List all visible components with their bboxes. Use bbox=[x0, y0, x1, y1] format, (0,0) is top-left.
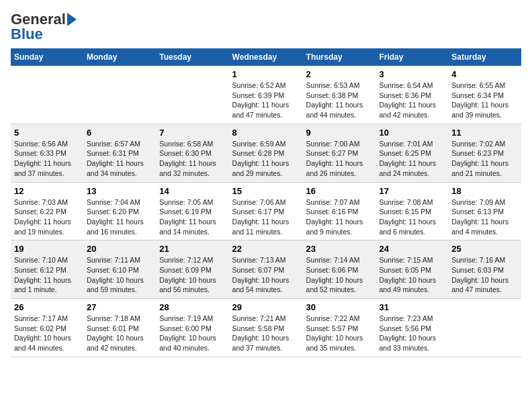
calendar-cell: 30Sunrise: 7:22 AM Sunset: 5:57 PM Dayli… bbox=[303, 299, 376, 357]
calendar-cell: 16Sunrise: 7:07 AM Sunset: 6:16 PM Dayli… bbox=[303, 182, 376, 240]
calendar-cell: 13Sunrise: 7:04 AM Sunset: 6:20 PM Dayli… bbox=[83, 182, 156, 240]
calendar-cell: 15Sunrise: 7:06 AM Sunset: 6:17 PM Dayli… bbox=[229, 182, 303, 240]
calendar-cell: 17Sunrise: 7:08 AM Sunset: 6:15 PM Dayli… bbox=[375, 182, 448, 240]
day-number: 6 bbox=[87, 128, 152, 138]
calendar-cell bbox=[448, 299, 521, 357]
day-number: 11 bbox=[451, 128, 518, 138]
day-number: 8 bbox=[232, 128, 300, 138]
calendar-cell: 7Sunrise: 6:58 AM Sunset: 6:30 PM Daylig… bbox=[156, 124, 228, 182]
calendar-cell: 29Sunrise: 7:21 AM Sunset: 5:58 PM Dayli… bbox=[229, 299, 303, 357]
day-info: Sunrise: 7:22 AM Sunset: 5:57 PM Dayligh… bbox=[306, 314, 373, 353]
calendar-cell: 25Sunrise: 7:16 AM Sunset: 6:03 PM Dayli… bbox=[448, 240, 521, 299]
day-number: 5 bbox=[14, 128, 80, 138]
day-info: Sunrise: 7:21 AM Sunset: 5:58 PM Dayligh… bbox=[232, 314, 300, 353]
day-info: Sunrise: 7:15 AM Sunset: 6:05 PM Dayligh… bbox=[379, 255, 445, 295]
day-number: 15 bbox=[232, 186, 300, 196]
day-info: Sunrise: 7:06 AM Sunset: 6:17 PM Dayligh… bbox=[232, 197, 300, 237]
column-header-monday: Monday bbox=[83, 48, 156, 66]
day-number: 3 bbox=[379, 69, 445, 79]
day-number: 10 bbox=[379, 128, 445, 138]
day-number: 14 bbox=[159, 186, 225, 196]
logo-arrow-icon bbox=[67, 13, 77, 26]
day-number: 30 bbox=[306, 302, 373, 312]
day-number: 17 bbox=[379, 186, 445, 196]
week-row-2: 5Sunrise: 6:56 AM Sunset: 6:33 PM Daylig… bbox=[11, 124, 521, 182]
column-header-friday: Friday bbox=[375, 48, 448, 66]
day-info: Sunrise: 7:08 AM Sunset: 6:15 PM Dayligh… bbox=[379, 197, 445, 237]
day-number: 19 bbox=[14, 244, 80, 254]
column-header-saturday: Saturday bbox=[448, 48, 521, 66]
day-info: Sunrise: 7:09 AM Sunset: 6:13 PM Dayligh… bbox=[451, 197, 518, 237]
calendar-cell: 4Sunrise: 6:55 AM Sunset: 6:34 PM Daylig… bbox=[448, 66, 521, 124]
column-header-thursday: Thursday bbox=[303, 48, 376, 66]
day-info: Sunrise: 6:54 AM Sunset: 6:36 PM Dayligh… bbox=[379, 81, 445, 120]
week-row-5: 26Sunrise: 7:17 AM Sunset: 6:02 PM Dayli… bbox=[11, 299, 521, 357]
day-number: 13 bbox=[87, 186, 152, 196]
calendar-cell: 27Sunrise: 7:18 AM Sunset: 6:01 PM Dayli… bbox=[83, 299, 156, 357]
calendar-cell: 22Sunrise: 7:13 AM Sunset: 6:07 PM Dayli… bbox=[229, 240, 303, 299]
day-number: 28 bbox=[159, 302, 225, 312]
page-header: General Blue bbox=[11, 11, 521, 43]
calendar-header-row: SundayMondayTuesdayWednesdayThursdayFrid… bbox=[11, 48, 521, 66]
day-number: 23 bbox=[306, 244, 373, 254]
calendar-cell bbox=[11, 66, 83, 124]
day-info: Sunrise: 7:07 AM Sunset: 6:16 PM Dayligh… bbox=[306, 197, 373, 237]
day-info: Sunrise: 7:03 AM Sunset: 6:22 PM Dayligh… bbox=[14, 197, 80, 237]
day-info: Sunrise: 7:23 AM Sunset: 5:56 PM Dayligh… bbox=[379, 314, 445, 353]
calendar-cell: 10Sunrise: 7:01 AM Sunset: 6:25 PM Dayli… bbox=[375, 124, 448, 182]
day-number: 20 bbox=[87, 244, 152, 254]
calendar-cell: 24Sunrise: 7:15 AM Sunset: 6:05 PM Dayli… bbox=[375, 240, 448, 299]
week-row-1: 1Sunrise: 6:52 AM Sunset: 6:39 PM Daylig… bbox=[11, 66, 521, 124]
calendar-cell: 11Sunrise: 7:02 AM Sunset: 6:23 PM Dayli… bbox=[448, 124, 521, 182]
logo-blue: Blue bbox=[11, 26, 43, 43]
day-info: Sunrise: 7:05 AM Sunset: 6:19 PM Dayligh… bbox=[159, 197, 225, 237]
day-info: Sunrise: 7:10 AM Sunset: 6:12 PM Dayligh… bbox=[14, 255, 80, 295]
day-info: Sunrise: 6:52 AM Sunset: 6:39 PM Dayligh… bbox=[232, 81, 300, 120]
day-number: 29 bbox=[232, 302, 300, 312]
day-info: Sunrise: 7:00 AM Sunset: 6:27 PM Dayligh… bbox=[306, 139, 373, 179]
calendar-cell: 12Sunrise: 7:03 AM Sunset: 6:22 PM Dayli… bbox=[11, 182, 83, 240]
calendar-cell: 14Sunrise: 7:05 AM Sunset: 6:19 PM Dayli… bbox=[156, 182, 228, 240]
column-header-wednesday: Wednesday bbox=[229, 48, 303, 66]
calendar-cell bbox=[83, 66, 156, 124]
day-number: 27 bbox=[87, 302, 152, 312]
calendar-cell: 28Sunrise: 7:19 AM Sunset: 6:00 PM Dayli… bbox=[156, 299, 228, 357]
day-number: 26 bbox=[14, 302, 80, 312]
column-header-sunday: Sunday bbox=[11, 48, 83, 66]
day-number: 16 bbox=[306, 186, 373, 196]
logo: General Blue bbox=[11, 11, 77, 43]
day-info: Sunrise: 7:01 AM Sunset: 6:25 PM Dayligh… bbox=[379, 139, 445, 179]
day-info: Sunrise: 7:17 AM Sunset: 6:02 PM Dayligh… bbox=[14, 314, 80, 353]
day-info: Sunrise: 6:53 AM Sunset: 6:38 PM Dayligh… bbox=[306, 81, 373, 120]
day-info: Sunrise: 7:14 AM Sunset: 6:06 PM Dayligh… bbox=[306, 255, 373, 295]
day-info: Sunrise: 7:02 AM Sunset: 6:23 PM Dayligh… bbox=[451, 139, 518, 179]
day-number: 12 bbox=[14, 186, 80, 196]
day-info: Sunrise: 6:56 AM Sunset: 6:33 PM Dayligh… bbox=[14, 139, 80, 179]
day-info: Sunrise: 7:19 AM Sunset: 6:00 PM Dayligh… bbox=[159, 314, 225, 353]
week-row-3: 12Sunrise: 7:03 AM Sunset: 6:22 PM Dayli… bbox=[11, 182, 521, 240]
week-row-4: 19Sunrise: 7:10 AM Sunset: 6:12 PM Dayli… bbox=[11, 240, 521, 299]
day-info: Sunrise: 7:16 AM Sunset: 6:03 PM Dayligh… bbox=[451, 255, 518, 295]
day-info: Sunrise: 7:04 AM Sunset: 6:20 PM Dayligh… bbox=[87, 197, 152, 237]
calendar-cell: 31Sunrise: 7:23 AM Sunset: 5:56 PM Dayli… bbox=[375, 299, 448, 357]
calendar-cell: 3Sunrise: 6:54 AM Sunset: 6:36 PM Daylig… bbox=[375, 66, 448, 124]
day-number: 21 bbox=[159, 244, 225, 254]
calendar-cell: 23Sunrise: 7:14 AM Sunset: 6:06 PM Dayli… bbox=[303, 240, 376, 299]
calendar-cell: 5Sunrise: 6:56 AM Sunset: 6:33 PM Daylig… bbox=[11, 124, 83, 182]
day-info: Sunrise: 6:58 AM Sunset: 6:30 PM Dayligh… bbox=[159, 139, 225, 179]
day-info: Sunrise: 7:12 AM Sunset: 6:09 PM Dayligh… bbox=[159, 255, 225, 295]
calendar-cell: 21Sunrise: 7:12 AM Sunset: 6:09 PM Dayli… bbox=[156, 240, 228, 299]
day-number: 31 bbox=[379, 302, 445, 312]
day-info: Sunrise: 7:13 AM Sunset: 6:07 PM Dayligh… bbox=[232, 255, 300, 295]
calendar-table: SundayMondayTuesdayWednesdayThursdayFrid… bbox=[11, 48, 521, 357]
calendar-cell: 1Sunrise: 6:52 AM Sunset: 6:39 PM Daylig… bbox=[229, 66, 303, 124]
day-number: 7 bbox=[159, 128, 225, 138]
calendar-cell: 26Sunrise: 7:17 AM Sunset: 6:02 PM Dayli… bbox=[11, 299, 83, 357]
day-info: Sunrise: 6:55 AM Sunset: 6:34 PM Dayligh… bbox=[451, 81, 518, 120]
day-number: 22 bbox=[232, 244, 300, 254]
day-info: Sunrise: 6:57 AM Sunset: 6:31 PM Dayligh… bbox=[87, 139, 152, 179]
day-number: 24 bbox=[379, 244, 445, 254]
calendar-cell: 2Sunrise: 6:53 AM Sunset: 6:38 PM Daylig… bbox=[303, 66, 376, 124]
calendar-cell: 6Sunrise: 6:57 AM Sunset: 6:31 PM Daylig… bbox=[83, 124, 156, 182]
day-number: 18 bbox=[451, 186, 518, 196]
